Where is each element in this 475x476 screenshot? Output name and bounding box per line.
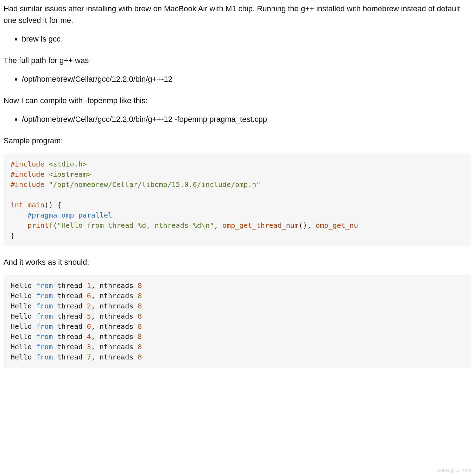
code-token: , — [214, 221, 222, 230]
code-token: (), — [299, 221, 316, 230]
code-token — [11, 211, 27, 219]
code-token: #include — [11, 170, 49, 178]
code-token: #include — [11, 180, 49, 189]
bullet-list-2: /opt/homebrew/Cellar/gcc/12.2.0/bin/g++-… — [4, 73, 471, 85]
code-token: printf — [27, 221, 53, 230]
code-token: } — [11, 231, 15, 240]
code-token: #include — [11, 160, 49, 168]
paragraph-intro: Had similar issues after installing with… — [4, 3, 471, 26]
code-token: omp_get_thread_num — [222, 221, 299, 230]
paragraph-output-label: And it works as it should: — [4, 256, 471, 268]
code-token — [23, 201, 27, 209]
code-token: omp_get_nu — [316, 221, 358, 230]
paragraph-compile-label: Now I can compile with -fopenmp like thi… — [4, 95, 471, 106]
code-token: "Hello from thread %d, nthreads %d\n" — [57, 221, 214, 230]
code-token: "/opt/homebrew/Cellar/libomp/15.0.6/incl… — [49, 180, 260, 189]
code-token: int — [11, 201, 23, 209]
bullet-list-1: brew ls gcc — [4, 33, 471, 45]
list-item: brew ls gcc — [22, 33, 471, 45]
code-token: main — [27, 201, 44, 209]
code-token: <stdio.h> — [49, 160, 87, 168]
code-token — [11, 221, 27, 230]
code-block-sample: #include <stdio.h> #include <iostream> #… — [4, 154, 471, 246]
code-token: () { — [44, 201, 61, 209]
bullet-list-3: /opt/homebrew/Cellar/gcc/12.2.0/bin/g++-… — [4, 113, 471, 125]
list-item: /opt/homebrew/Cellar/gcc/12.2.0/bin/g++-… — [22, 73, 471, 85]
code-token: #pragma omp parallel — [27, 211, 112, 219]
code-token: <iostream> — [49, 170, 91, 178]
code-token: ( — [53, 221, 57, 230]
paragraph-sample-label: Sample program: — [4, 135, 471, 146]
list-item: /opt/homebrew/Cellar/gcc/12.2.0/bin/g++-… — [22, 113, 471, 125]
code-block-output: Hello from thread 1, nthreads 8 Hello fr… — [4, 275, 471, 368]
paragraph-path-label: The full path for g++ was — [4, 55, 471, 66]
